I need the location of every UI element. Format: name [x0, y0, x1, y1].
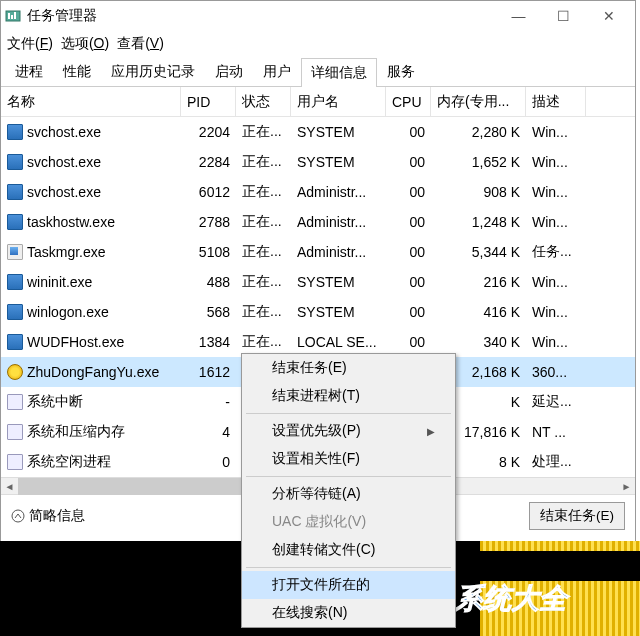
cell-user: SYSTEM: [291, 274, 386, 290]
cell-pid: 2284: [181, 154, 236, 170]
cell-desc: 延迟...: [526, 393, 586, 411]
process-icon: [7, 184, 23, 200]
chevron-right-icon: ▶: [427, 426, 435, 437]
window-title: 任务管理器: [27, 7, 496, 25]
table-row[interactable]: taskhostw.exe2788正在...Administr...001,24…: [1, 207, 635, 237]
tab-1[interactable]: 性能: [53, 57, 101, 86]
col-name[interactable]: 名称: [1, 87, 181, 116]
process-name: svchost.exe: [27, 154, 101, 170]
cell-pid: 2788: [181, 214, 236, 230]
menubar: 文件(F) 选项(O) 查看(V): [1, 31, 635, 57]
svg-rect-3: [14, 12, 16, 19]
process-name: winlogon.exe: [27, 304, 109, 320]
process-name: 系统中断: [27, 393, 83, 411]
titlebar[interactable]: 任务管理器 — ☐ ✕: [1, 1, 635, 31]
col-cpu[interactable]: CPU: [386, 87, 431, 116]
tab-3[interactable]: 启动: [205, 57, 253, 86]
cell-mem: 2,280 K: [431, 124, 526, 140]
context-menu-item[interactable]: 设置优先级(P)▶: [242, 417, 455, 445]
process-name: svchost.exe: [27, 184, 101, 200]
cell-pid: 1384: [181, 334, 236, 350]
end-task-button[interactable]: 结束任务(E): [529, 502, 625, 530]
chevron-up-circle-icon: [11, 509, 25, 523]
cell-user: SYSTEM: [291, 124, 386, 140]
cell-pid: 568: [181, 304, 236, 320]
tab-0[interactable]: 进程: [5, 57, 53, 86]
table-row[interactable]: winlogon.exe568正在...SYSTEM00416 KWin...: [1, 297, 635, 327]
cell-user: SYSTEM: [291, 154, 386, 170]
table-row[interactable]: svchost.exe6012正在...Administr...00908 KW…: [1, 177, 635, 207]
minimize-button[interactable]: —: [496, 2, 541, 30]
fewer-details-toggle[interactable]: 简略信息: [11, 507, 85, 525]
cell-desc: 任务...: [526, 243, 586, 261]
process-icon: [7, 454, 23, 470]
scroll-left-icon[interactable]: ◄: [1, 478, 18, 495]
menu-file[interactable]: 文件(F): [7, 35, 53, 53]
tab-4[interactable]: 用户: [253, 57, 301, 86]
cell-cpu: 00: [386, 214, 431, 230]
col-status[interactable]: 状态: [236, 87, 291, 116]
process-icon: [7, 364, 23, 380]
brand-text: 系统大全: [455, 580, 567, 618]
context-menu-item[interactable]: 结束任务(E): [242, 354, 455, 382]
table-row[interactable]: wininit.exe488正在...SYSTEM00216 KWin...: [1, 267, 635, 297]
cell-pid: -: [181, 394, 236, 410]
cell-pid: 6012: [181, 184, 236, 200]
cell-pid: 1612: [181, 364, 236, 380]
svg-rect-2: [11, 15, 13, 19]
cell-desc: 处理...: [526, 453, 586, 471]
col-desc[interactable]: 描述: [526, 87, 586, 116]
process-name: ZhuDongFangYu.exe: [27, 364, 159, 380]
menu-view[interactable]: 查看(V): [117, 35, 164, 53]
cell-status: 正在...: [236, 333, 291, 351]
cell-user: Administr...: [291, 244, 386, 260]
cell-mem: 5,344 K: [431, 244, 526, 260]
cell-mem: 908 K: [431, 184, 526, 200]
cell-mem: 1,248 K: [431, 214, 526, 230]
context-menu-item[interactable]: 创建转储文件(C): [242, 536, 455, 564]
tab-2[interactable]: 应用历史记录: [101, 57, 205, 86]
cell-pid: 488: [181, 274, 236, 290]
cell-desc: Win...: [526, 154, 586, 170]
col-pid[interactable]: PID: [181, 87, 236, 116]
cell-cpu: 00: [386, 274, 431, 290]
close-button[interactable]: ✕: [586, 2, 631, 30]
cell-cpu: 00: [386, 304, 431, 320]
maximize-button[interactable]: ☐: [541, 2, 586, 30]
table-row[interactable]: Taskmgr.exe5108正在...Administr...005,344 …: [1, 237, 635, 267]
tab-6[interactable]: 服务: [377, 57, 425, 86]
cell-status: 正在...: [236, 183, 291, 201]
table-row[interactable]: svchost.exe2284正在...SYSTEM001,652 KWin..…: [1, 147, 635, 177]
process-name: taskhostw.exe: [27, 214, 115, 230]
cell-user: LOCAL SE...: [291, 334, 386, 350]
context-menu-item[interactable]: 设置相关性(F): [242, 445, 455, 473]
tab-5[interactable]: 详细信息: [301, 58, 377, 87]
tabs: 进程性能应用历史记录启动用户详细信息服务: [1, 57, 635, 87]
col-mem[interactable]: 内存(专用...: [431, 87, 526, 116]
cell-desc: Win...: [526, 184, 586, 200]
cell-status: 正在...: [236, 243, 291, 261]
process-icon: [7, 154, 23, 170]
col-user[interactable]: 用户名: [291, 87, 386, 116]
cell-status: 正在...: [236, 123, 291, 141]
table-row[interactable]: svchost.exe2204正在...SYSTEM002,280 KWin..…: [1, 117, 635, 147]
process-icon: [7, 424, 23, 440]
process-name: Taskmgr.exe: [27, 244, 106, 260]
app-icon: [5, 8, 21, 24]
context-menu-item[interactable]: 分析等待链(A): [242, 480, 455, 508]
process-name: 系统和压缩内存: [27, 423, 125, 441]
cell-desc: Win...: [526, 274, 586, 290]
context-menu-item[interactable]: 打开文件所在的: [242, 571, 455, 599]
cell-desc: Win...: [526, 304, 586, 320]
cell-pid: 2204: [181, 124, 236, 140]
context-menu: 结束任务(E)结束进程树(T)设置优先级(P)▶设置相关性(F)分析等待链(A)…: [241, 353, 456, 628]
process-icon: [7, 214, 23, 230]
cell-cpu: 00: [386, 184, 431, 200]
process-name: 系统空闲进程: [27, 453, 111, 471]
scroll-right-icon[interactable]: ►: [618, 478, 635, 495]
svg-rect-1: [8, 13, 10, 19]
context-menu-item[interactable]: 结束进程树(T): [242, 382, 455, 410]
menu-options[interactable]: 选项(O): [61, 35, 109, 53]
context-menu-item[interactable]: 在线搜索(N): [242, 599, 455, 627]
process-name: svchost.exe: [27, 124, 101, 140]
